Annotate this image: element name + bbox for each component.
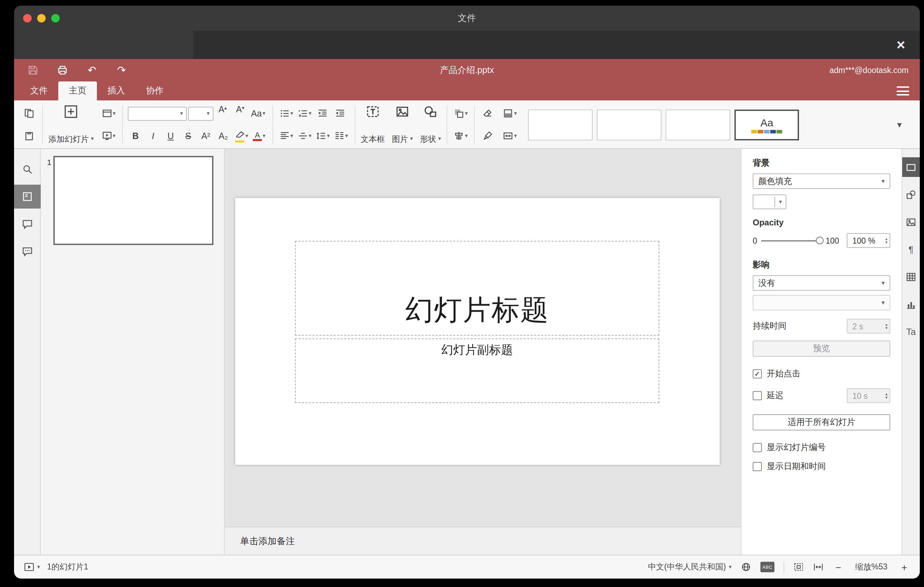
numbering-button[interactable]: ▾: [296, 105, 313, 122]
right-sidebar: ¶ Ta: [901, 149, 920, 555]
columns-button[interactable]: ▾: [332, 127, 349, 145]
slide-layout-button[interactable]: ▾: [100, 105, 117, 122]
close-window-button[interactable]: [23, 14, 31, 23]
strikethrough-button[interactable]: S: [180, 127, 196, 145]
undo-button[interactable]: ↶: [84, 63, 100, 78]
decrease-font-size-button[interactable]: A▾: [232, 105, 248, 122]
tab-collaboration[interactable]: 协作: [135, 81, 174, 101]
save-button[interactable]: [25, 63, 41, 78]
zoom-in-button[interactable]: +: [899, 561, 910, 572]
chart-settings-button[interactable]: [902, 294, 920, 314]
subtitle-placeholder[interactable]: 幻灯片副标题: [295, 338, 659, 403]
add-slide-button[interactable]: 添加幻灯片▾: [45, 103, 97, 146]
italic-button[interactable]: I: [145, 127, 161, 145]
tab-file[interactable]: 文件: [20, 81, 58, 101]
slide-size-button[interactable]: ▾: [501, 127, 518, 145]
redo-icon: ↷: [117, 64, 126, 76]
text-art-settings-button[interactable]: Ta: [902, 322, 920, 341]
slide-settings-button[interactable]: [902, 157, 920, 177]
expand-gallery-button[interactable]: ▾: [890, 119, 909, 130]
slides-icon: [21, 191, 33, 202]
align-shapes-button[interactable]: ▾: [452, 127, 469, 145]
opacity-slider-track[interactable]: [761, 240, 822, 241]
opacity-control: 0 100 100 % ▴ ▾: [753, 233, 890, 248]
arrange-shapes-button[interactable]: ▾: [452, 105, 469, 122]
background-color-picker[interactable]: ▾: [753, 195, 786, 209]
fill-color-icon: [503, 108, 513, 119]
increase-indent-button[interactable]: [332, 105, 348, 122]
zoom-window-button[interactable]: [51, 14, 60, 23]
clear-style-button[interactable]: [480, 105, 496, 122]
notes-area[interactable]: 单击添加备注: [225, 527, 741, 555]
image-settings-button[interactable]: [902, 212, 920, 232]
spellcheck-button[interactable]: ABC: [761, 562, 774, 572]
vertical-align-button[interactable]: ▾: [296, 127, 313, 145]
font-name-select[interactable]: ▾: [127, 106, 186, 120]
theme-tile-1[interactable]: [528, 109, 592, 140]
background-fill-select[interactable]: 颜色填充 ▾: [753, 173, 890, 189]
screen: 文件 ×: [0, 0, 924, 587]
transition-effect-select[interactable]: 没有 ▾: [753, 275, 890, 291]
theme-tile-2[interactable]: [597, 109, 662, 140]
chevron-down-icon: ▾: [91, 136, 94, 142]
table-settings-button[interactable]: [902, 267, 920, 287]
save-icon: [27, 64, 39, 76]
insert-shape-button[interactable]: 形状▾: [416, 103, 444, 146]
fit-to-width-button[interactable]: [813, 562, 823, 572]
minimize-window-button[interactable]: [37, 14, 46, 23]
line-spacing-button[interactable]: ▾: [314, 127, 331, 145]
slide-canvas[interactable]: 幻灯片标题 幻灯片副标题: [225, 149, 741, 527]
apply-to-all-slides-button[interactable]: 适用于所有幻灯片: [753, 414, 890, 430]
horizontal-align-button[interactable]: ▾: [278, 127, 295, 145]
search-panel-button[interactable]: [14, 157, 40, 181]
bullets-button[interactable]: ▾: [278, 105, 295, 122]
insert-image-button[interactable]: 图片▾: [388, 103, 416, 146]
highlight-color-button[interactable]: ▾: [233, 127, 249, 145]
title-placeholder[interactable]: 幻灯片标题: [295, 241, 659, 336]
delay-checkbox[interactable]: [753, 391, 762, 400]
language-selector[interactable]: 中文(中华人民共和国) ▾: [648, 562, 732, 572]
opacity-value-field[interactable]: 100 % ▴ ▾: [847, 233, 890, 248]
slides-panel-button[interactable]: [14, 185, 40, 209]
feedback-panel-button[interactable]: [14, 239, 40, 263]
zoom-out-button[interactable]: −: [833, 561, 844, 572]
paragraph-settings-button[interactable]: ¶: [902, 239, 920, 259]
slide-surface[interactable]: 幻灯片标题 幻灯片副标题: [235, 198, 720, 465]
slide-thumbnail-1[interactable]: [53, 156, 213, 245]
font-color-button[interactable]: A ▾: [251, 127, 267, 145]
start-slideshow-button[interactable]: ▾: [100, 127, 117, 145]
spin-down-icon[interactable]: ▾: [885, 241, 888, 244]
document-language-button[interactable]: [741, 562, 751, 572]
subscript-button[interactable]: A₂: [215, 127, 231, 145]
decrease-indent-button[interactable]: [314, 105, 330, 122]
bold-button[interactable]: B: [127, 127, 144, 145]
show-slide-number-checkbox[interactable]: [753, 443, 762, 452]
menu-button[interactable]: [897, 86, 909, 96]
tab-insert[interactable]: 插入: [97, 81, 135, 101]
redo-button[interactable]: ↷: [114, 63, 129, 78]
chevron-down-icon: ▾: [514, 110, 517, 116]
fit-to-slide-button[interactable]: [794, 562, 804, 572]
font-size-select[interactable]: ▾: [188, 106, 213, 120]
theme-tile-3[interactable]: [666, 109, 730, 140]
shape-fill-button[interactable]: ▾: [501, 105, 518, 122]
editor-header: ↶ ↷ 产品介绍.pptx adm***@dootask.com 文件 主页 插…: [14, 59, 920, 101]
start-on-click-checkbox[interactable]: ✓: [753, 369, 762, 378]
start-slideshow-status-button[interactable]: ▾: [24, 562, 40, 572]
shape-settings-button[interactable]: [902, 185, 920, 204]
opacity-slider-knob[interactable]: [816, 236, 823, 244]
close-preview-button[interactable]: ×: [892, 36, 910, 54]
underline-button[interactable]: U: [163, 127, 179, 145]
theme-tile-4-selected[interactable]: Aa: [734, 109, 799, 140]
comments-panel-button[interactable]: [14, 212, 40, 236]
insert-textbox-button[interactable]: 文本框: [357, 103, 388, 146]
tab-home[interactable]: 主页: [58, 81, 97, 101]
increase-font-size-button[interactable]: A▴: [214, 105, 231, 122]
change-case-button[interactable]: Aa ▾: [249, 105, 267, 122]
paste-button[interactable]: [21, 127, 37, 145]
print-button[interactable]: [55, 63, 70, 78]
copy-button[interactable]: [21, 105, 37, 122]
copy-style-button[interactable]: [480, 127, 496, 145]
show-date-time-checkbox[interactable]: [753, 462, 762, 471]
superscript-button[interactable]: A²: [198, 127, 214, 145]
